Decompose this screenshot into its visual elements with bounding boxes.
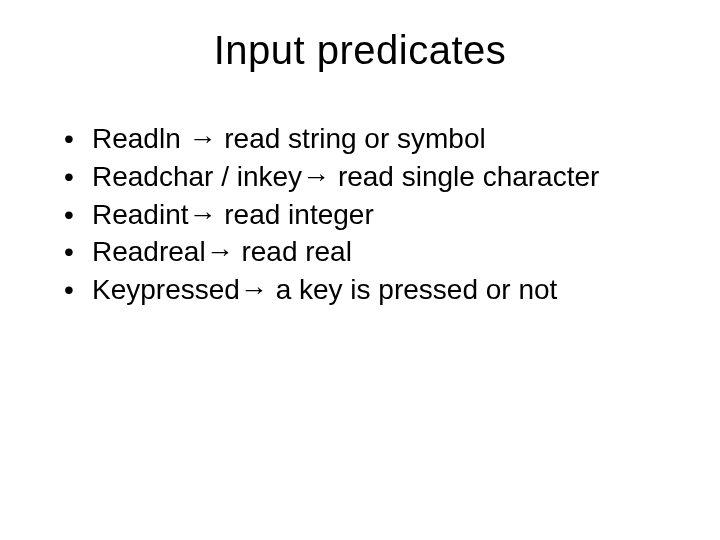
list-item: Readreal→ read real xyxy=(64,234,680,270)
bullet-text: Keypressed→ a key is pressed or not xyxy=(92,274,557,305)
bullet-list: Readln → read string or symbol Readchar … xyxy=(40,121,680,308)
list-item: Readint→ read integer xyxy=(64,197,680,233)
list-item: Readln → read string or symbol xyxy=(64,121,680,157)
bullet-text: Readreal→ read real xyxy=(92,236,352,267)
list-item: Readchar / inkey→ read single character xyxy=(64,159,680,195)
slide: Input predicates Readln → read string or… xyxy=(0,0,720,540)
bullet-text: Readchar / inkey→ read single character xyxy=(92,161,599,192)
list-item: Keypressed→ a key is pressed or not xyxy=(64,272,680,308)
bullet-text: Readln → read string or symbol xyxy=(92,123,486,154)
bullet-text: Readint→ read integer xyxy=(92,199,374,230)
slide-title: Input predicates xyxy=(40,28,680,73)
